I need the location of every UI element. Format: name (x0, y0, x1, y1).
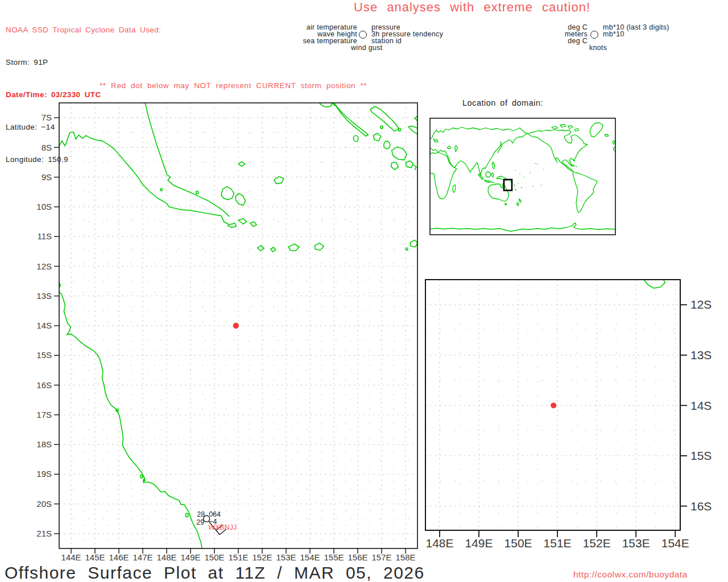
island-rendova (391, 163, 399, 170)
y-tick-label: 15S (36, 350, 52, 360)
island-hawaii-2 (536, 164, 537, 165)
island-greenland (590, 123, 603, 137)
y-tick-label: 16S (36, 380, 52, 390)
x-tick-label: 152E (252, 552, 272, 562)
x-tick-label: 153E (622, 537, 650, 550)
island-louisiade-3 (258, 246, 264, 251)
plot-canvas: 144E145E146E147E148E149E150E151E152E153E… (0, 0, 728, 582)
x-tick-label: 148E (425, 537, 453, 550)
island-louisiade-1 (238, 219, 247, 224)
island-cuba (570, 164, 574, 166)
island-palm (140, 475, 143, 478)
island-louisiade-2 (250, 222, 257, 226)
island-fiji (521, 187, 522, 188)
y-tick-label: 8S (42, 143, 52, 152)
coastline-australia (488, 184, 509, 202)
islet-dot (196, 191, 198, 194)
x-tick-label: 149E (465, 537, 493, 550)
island-java (485, 180, 490, 182)
islet-dot (398, 128, 400, 131)
y-tick-label: 20S (36, 499, 52, 509)
world-coastlines (430, 123, 615, 231)
y-tick-label: 7S (42, 113, 52, 122)
x-tick-label: 146E (109, 552, 129, 562)
pacific-islet (515, 170, 516, 171)
island-vanuatu (514, 184, 515, 185)
y-tick-label: 11S (37, 231, 52, 241)
y-tick-label: 10S (36, 202, 52, 211)
y-tick-label: 13S (36, 291, 52, 301)
island-nz-south (517, 203, 519, 206)
y-tick-label: 17S (36, 410, 52, 419)
pacific-islet (541, 185, 542, 186)
y-tick-label: 21S (36, 529, 52, 538)
arctic-island-3 (568, 126, 573, 128)
y-tick-label: 9S (42, 172, 52, 182)
y-tick-label: 12S (36, 261, 52, 271)
x-tick-label: 150E (504, 537, 532, 550)
island-vanuatu-2 (514, 185, 515, 186)
offshore-surface-plot-page: NOAA SSD Tropical Cyclone Data Used: Sto… (0, 0, 728, 582)
island-madagascar (453, 185, 456, 193)
x-tick-label: 150E (204, 552, 224, 562)
zoom-map-coastlines (644, 280, 665, 288)
y-tick-label: 15S (690, 449, 712, 462)
coastline-africa (430, 152, 457, 199)
x-tick-label: 155E (324, 552, 344, 562)
island-woodlark (274, 177, 284, 184)
pacific-islet (543, 169, 544, 170)
islet-dot (160, 189, 162, 191)
x-tick-label: 151E (544, 537, 572, 550)
coastline-south-america (573, 172, 597, 213)
station-pressure: 064 (209, 510, 221, 518)
coastline-png-north (145, 103, 229, 217)
y-tick-label: 12S (690, 298, 712, 311)
zoom-map-frame: 148E149E150E151E152E153E154E12S13S14S15S… (425, 280, 712, 550)
island-timor-chain (491, 182, 495, 183)
island-new-caledonia (515, 189, 516, 190)
zoom-map-overlay (551, 402, 556, 408)
station-sea-temperature: 29 (196, 518, 204, 526)
y-tick-label: 19S (36, 469, 52, 479)
station-id: WXBNJJ (208, 523, 237, 531)
island-iceland (605, 134, 609, 136)
islet-dot (406, 248, 407, 250)
black-sea (448, 146, 451, 149)
coastline-north-america (528, 130, 588, 172)
coastline-antarctica (430, 223, 615, 231)
island-sulawesi (491, 173, 494, 177)
island-new-georgia (392, 147, 407, 160)
x-tick-label: 151E (228, 552, 248, 562)
y-tick-label: 16S (690, 500, 712, 513)
coastline-queensland (59, 292, 202, 548)
x-tick-label: 157E (371, 552, 391, 562)
island-hawaii (535, 163, 536, 164)
island-rossel-zoom (644, 280, 665, 288)
island-louisiade-4 (271, 247, 276, 252)
arctic-island-2 (560, 124, 566, 127)
x-tick-label: 144E (61, 552, 81, 562)
y-tick-label: 14S (36, 321, 52, 330)
x-tick-label: 149E (180, 552, 200, 562)
x-tick-label: 147E (133, 552, 152, 562)
caspian-sea (455, 146, 457, 152)
island-nz-north (519, 199, 522, 202)
pacific-islet (530, 172, 531, 173)
x-tick-label: 145E (85, 552, 105, 562)
station-plot: 2806429−4WXBNJJ (196, 510, 237, 535)
island-normanby (235, 193, 246, 205)
pacific-islet (518, 183, 519, 184)
arctic-island-4 (574, 128, 579, 131)
y-tick-label: 14S (690, 399, 712, 412)
island-shortland (353, 135, 358, 141)
island-borneo (486, 172, 491, 177)
x-tick-label: 156E (348, 552, 367, 562)
island-trobriand (238, 161, 245, 166)
coastline-baltic (433, 139, 438, 142)
island-goodenough (221, 186, 234, 199)
pacific-islet (519, 173, 520, 174)
y-tick-label: 18S (36, 439, 52, 449)
station-air-temperature: 28 (197, 510, 205, 518)
island-se-solomon (406, 161, 413, 168)
island-bougainville (332, 103, 369, 136)
